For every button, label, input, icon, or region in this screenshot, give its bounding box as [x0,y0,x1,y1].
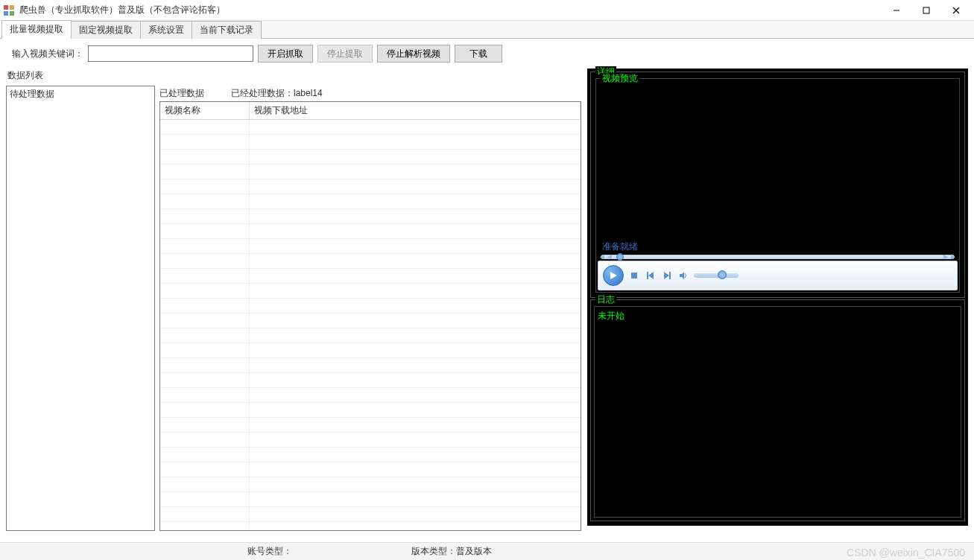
table-row[interactable] [160,433,581,448]
table-row[interactable] [160,462,581,477]
keyword-label: 输入视频关键词： [12,48,83,60]
table-row[interactable] [160,507,581,522]
svg-rect-5 [923,7,929,13]
tab-fixed-extract[interactable]: 固定视频提取 [72,21,141,39]
svg-marker-8 [610,272,617,279]
tab-batch-extract[interactable]: 批量视频提取 [1,20,72,39]
maximize-button[interactable] [911,1,941,19]
player-status: 准备就绪 [596,239,959,255]
table-row[interactable] [160,403,581,418]
table-row[interactable] [160,477,581,492]
processed-header: 已处理数据 [159,87,204,100]
app-icon [3,4,15,16]
volume-slider[interactable] [694,273,739,278]
table-row[interactable] [160,343,581,358]
download-button[interactable]: 下载 [455,45,502,63]
stop-parse-button[interactable]: 停止解析视频 [377,45,450,63]
svg-marker-10 [648,272,654,279]
table-row[interactable] [160,373,581,388]
video-area[interactable] [596,79,959,239]
table-row[interactable] [160,165,581,179]
table-row[interactable] [160,358,581,373]
tab-label: 当前下载记录 [200,25,253,35]
tab-strip: 批量视频提取 固定视频提取 系统设置 当前下载记录 [0,21,974,39]
table-row[interactable] [160,135,581,150]
start-crawl-button[interactable]: 开启抓取 [258,45,313,63]
table-row[interactable] [160,224,581,239]
seek-thumb[interactable] [616,253,624,261]
table-row[interactable] [160,254,581,269]
tab-download-log[interactable]: 当前下载记录 [192,21,262,39]
grid-header: 视频名称 视频下载地址 [160,102,581,120]
play-button[interactable] [603,265,624,286]
pending-column: 待处理数据 [6,86,155,531]
search-row: 输入视频关键词： 开启抓取 停止提取 停止解析视频 下载 [6,45,968,63]
svg-rect-9 [631,273,637,279]
video-preview-title: 视频预览 [601,73,639,83]
close-button[interactable] [941,1,971,19]
version-type-value: 普及版本 [456,546,492,556]
table-row[interactable] [160,522,581,531]
svg-rect-13 [669,272,671,279]
table-row[interactable] [160,492,581,507]
grid-header-name[interactable]: 视频名称 [160,102,250,119]
tab-content: 输入视频关键词： 开启抓取 停止提取 停止解析视频 下载 数据列表 待处理数据 … [0,39,974,542]
grid-header-url[interactable]: 视频下载地址 [250,102,581,119]
table-row[interactable] [160,150,581,165]
data-list-title: 数据列表 [6,69,581,83]
table-row[interactable] [160,299,581,314]
svg-rect-2 [4,11,8,16]
table-row[interactable] [160,314,581,328]
right-panel: 详细 视频预览 准备就绪 ◄◄ ►► [587,69,968,526]
processed-grid[interactable]: 视频名称 视频下载地址 [159,101,581,531]
log-content[interactable]: 未开始 [594,306,961,518]
tab-settings[interactable]: 系统设置 [141,21,192,39]
table-row[interactable] [160,179,581,194]
version-type: 版本类型：普及版本 [411,545,492,558]
volume-thumb[interactable] [718,270,727,279]
table-row[interactable] [160,284,581,299]
tab-label: 固定视频提取 [79,25,133,35]
table-row[interactable] [160,209,581,224]
table-row[interactable] [160,448,581,462]
status-bar: 账号类型： 版本类型：普及版本 CSDN @weixin_CIA7500 [0,542,974,560]
media-controls [598,261,958,290]
next-button[interactable] [661,270,673,281]
keyword-input[interactable] [88,45,253,62]
pending-list[interactable] [7,102,154,530]
table-row[interactable] [160,239,581,254]
processed-count-label: 已经处理数据： [231,88,294,98]
table-row[interactable] [160,194,581,209]
volume-icon[interactable] [677,270,689,281]
seek-bar[interactable]: ◄◄ ►► [601,255,955,259]
log-box: 日志 未开始 [590,299,965,521]
log-title: 日志 [595,294,616,305]
table-row[interactable] [160,328,581,343]
processed-count-value: label14 [294,88,323,98]
grid-body[interactable] [160,120,581,531]
seek-back-icon[interactable]: ◄◄ [598,252,613,261]
svg-rect-1 [10,5,14,10]
account-type-label: 账号类型： [247,546,292,556]
table-row[interactable] [160,418,581,433]
svg-marker-12 [664,272,669,279]
table-row[interactable] [160,120,581,135]
tab-label: 系统设置 [148,25,184,35]
svg-rect-3 [10,11,14,16]
prev-button[interactable] [645,270,657,281]
stop-extract-button[interactable]: 停止提取 [317,45,373,63]
svg-rect-11 [647,272,648,279]
window-title: 爬虫兽（专业抓取软件）普及版（不包含评论拓客） [19,4,882,16]
detail-box: 详细 视频预览 准备就绪 ◄◄ ►► [590,71,965,298]
stop-button[interactable] [628,270,640,281]
titlebar: 爬虫兽（专业抓取软件）普及版（不包含评论拓客） [0,0,974,21]
table-row[interactable] [160,269,581,284]
processed-count: 已经处理数据：label14 [231,87,323,100]
tab-label: 批量视频提取 [10,24,63,34]
minimize-button[interactable] [882,1,911,19]
processed-column: 已处理数据 已经处理数据：label14 视频名称 视频下载地址 [159,86,581,531]
table-row[interactable] [160,388,581,403]
svg-marker-14 [680,272,684,279]
seek-fwd-icon[interactable]: ►► [942,252,957,261]
video-preview-box: 视频预览 准备就绪 ◄◄ ►► [595,78,960,293]
